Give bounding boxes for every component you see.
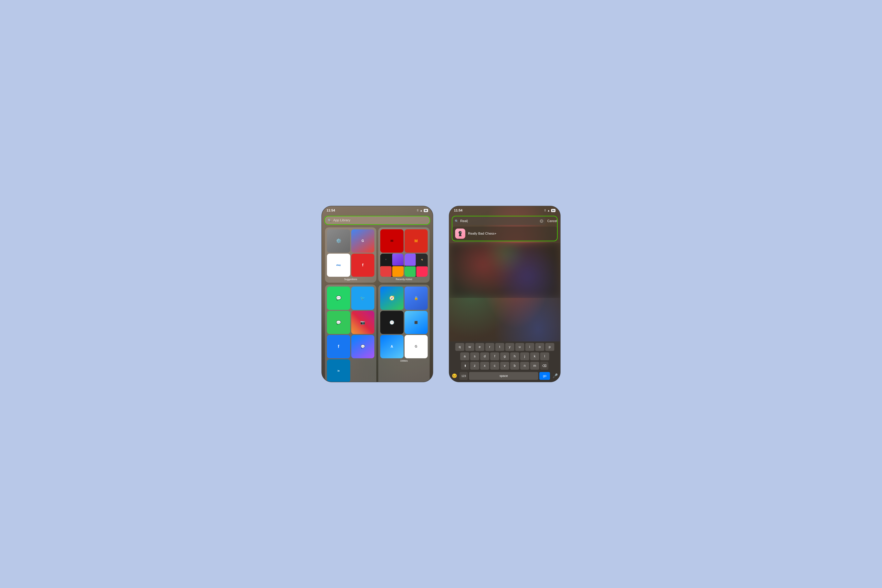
app-mcdonalds[interactable]: M xyxy=(405,230,428,253)
left-status-icons: ⠿ ▲ 84 xyxy=(417,209,428,212)
key-c[interactable]: c xyxy=(490,362,499,370)
app-royal-mail[interactable]: ✉ xyxy=(380,230,404,253)
key-o[interactable]: o xyxy=(535,343,544,351)
delete-key[interactable]: ⌫ xyxy=(540,362,548,370)
app-clock[interactable]: 🕐 xyxy=(380,311,404,334)
app-library-search-container: 🔍 App Library xyxy=(325,216,430,224)
folder-recently-added[interactable]: ✉ M T 🐴 xyxy=(378,227,430,283)
cancel-button[interactable]: Cancel xyxy=(547,219,557,223)
app-ebay[interactable]: ebay xyxy=(327,254,350,277)
key-a[interactable]: a xyxy=(460,352,469,360)
keyboard-row-2: a s d f g h j k l xyxy=(450,352,559,360)
app-appstore[interactable]: A xyxy=(380,335,404,358)
result-app-name: Really Bad Chess+ xyxy=(468,232,496,236)
app-linkedin[interactable]: in xyxy=(327,359,350,382)
app-empty xyxy=(351,359,375,382)
folder-social[interactable]: 💬 🐦 💬 📷 f 💬 in Social xyxy=(325,285,376,382)
key-e[interactable]: e xyxy=(475,343,484,351)
search-icon: 🔍 xyxy=(328,219,332,222)
key-n[interactable]: n xyxy=(520,362,529,370)
search-row: 🔍 Real| ✕ Cancel xyxy=(452,216,557,226)
app-google-news[interactable]: G xyxy=(351,230,375,253)
left-phone: 11:54 ⠿ ▲ 84 🔍 App Library ⚙️ G ebay xyxy=(321,206,433,382)
active-search-container: 🔍 Real| ✕ Cancel xyxy=(452,216,557,241)
key-v[interactable]: v xyxy=(500,362,509,370)
key-y[interactable]: y xyxy=(505,343,514,351)
app-mini-group[interactable]: 🐴 xyxy=(405,254,428,277)
key-m[interactable]: m xyxy=(530,362,539,370)
app-safari[interactable]: 🧭 xyxy=(380,286,404,310)
blurred-background xyxy=(449,243,560,298)
search-field-icon: 🔍 xyxy=(455,219,459,223)
key-w[interactable]: w xyxy=(465,343,474,351)
key-s[interactable]: s xyxy=(470,352,479,360)
signal-icon: ⠿ xyxy=(417,209,418,212)
right-status-bar: 11:54 ⠿ ▲ 84 xyxy=(449,206,560,215)
keyboard-row-4: 😊 123 space go 🎤 xyxy=(450,371,559,380)
app-instagram[interactable]: 📷 xyxy=(351,311,375,334)
shift-key[interactable]: ⬆ xyxy=(461,362,469,370)
app-topaz[interactable]: T xyxy=(380,254,404,277)
emoji-key[interactable]: 😊 xyxy=(450,372,458,380)
key-p[interactable]: p xyxy=(545,343,554,351)
go-key[interactable]: go xyxy=(539,372,550,380)
keyboard[interactable]: q w e r t y u i o p a s d f g h j k xyxy=(449,341,560,382)
keyboard-row-1: q w e r t y u i o p xyxy=(450,343,559,351)
right-phone: 11:54 ⠿ ▲ 84 🔍 Real| ✕ Cancel xyxy=(449,206,561,382)
app-flipboard[interactable]: f xyxy=(351,254,375,277)
folder-recently-added-label: Recently Added xyxy=(380,278,428,280)
right-battery-badge: 84 xyxy=(551,209,555,212)
right-status-time: 11:54 xyxy=(454,208,462,213)
app-settings[interactable]: ⚙️ xyxy=(327,230,350,253)
left-status-bar: 11:54 ⠿ ▲ 84 xyxy=(322,206,433,215)
svg-point-1 xyxy=(460,232,461,232)
left-status-time: 11:54 xyxy=(327,208,335,213)
key-x[interactable]: x xyxy=(480,362,489,370)
key-b[interactable]: b xyxy=(510,362,519,370)
clear-search-button[interactable]: ✕ xyxy=(540,219,543,223)
key-j[interactable]: j xyxy=(520,352,529,360)
key-q[interactable]: q xyxy=(455,343,464,351)
search-placeholder: App Library xyxy=(333,218,350,222)
key-f[interactable]: f xyxy=(490,352,499,360)
app-whatsapp[interactable]: 💬 xyxy=(327,286,350,310)
folder-suggestions-label: Suggestions xyxy=(327,278,374,280)
right-status-icons: ⠿ ▲ 84 xyxy=(544,209,555,212)
wifi-icon: ▲ xyxy=(420,209,423,212)
folder-utilities[interactable]: 🧭 🔒 🕐 ⬛ A G Utilities xyxy=(378,285,430,382)
chess-svg xyxy=(456,230,464,237)
key-i[interactable]: i xyxy=(525,343,534,351)
keyboard-row-3: ⬆ z x c v b n m ⌫ xyxy=(450,362,559,370)
space-key[interactable]: space xyxy=(469,372,538,380)
battery-badge: 84 xyxy=(424,209,428,212)
right-signal-icon: ⠿ xyxy=(544,209,546,212)
key-k[interactable]: k xyxy=(530,352,539,360)
app-library-search-bar[interactable]: 🔍 App Library xyxy=(325,216,430,224)
app-messenger[interactable]: 💬 xyxy=(351,335,375,358)
app-twitter[interactable]: 🐦 xyxy=(351,286,375,310)
app-stats[interactable]: ⬛ xyxy=(405,311,428,334)
key-g[interactable]: g xyxy=(500,352,509,360)
search-field[interactable]: 🔍 Real| ✕ xyxy=(452,217,546,225)
folder-utilities-label: Utilities xyxy=(380,360,428,362)
key-u[interactable]: u xyxy=(515,343,524,351)
key-z[interactable]: z xyxy=(470,362,479,370)
app-google[interactable]: G xyxy=(405,335,428,358)
key-t[interactable]: t xyxy=(495,343,504,351)
folder-suggestions[interactable]: ⚙️ G ebay f Suggestions xyxy=(325,227,376,283)
key-r[interactable]: r xyxy=(485,343,494,351)
app-facebook[interactable]: f xyxy=(327,335,350,358)
app-nordvpn[interactable]: 🔒 xyxy=(405,286,428,310)
app-messages[interactable]: 💬 xyxy=(327,311,350,334)
search-input-value[interactable]: Real| xyxy=(460,219,538,223)
key-h[interactable]: h xyxy=(510,352,519,360)
key-l[interactable]: l xyxy=(540,352,549,360)
numbers-key[interactable]: 123 xyxy=(459,372,468,380)
app-grid: ⚙️ G ebay f Suggestions ✉ M T xyxy=(322,226,433,382)
result-app-icon xyxy=(455,228,465,239)
right-wifi-icon: ▲ xyxy=(547,209,550,212)
microphone-key[interactable]: 🎤 xyxy=(551,372,559,380)
search-result-item[interactable]: Really Bad Chess+ xyxy=(452,226,557,241)
key-d[interactable]: d xyxy=(480,352,489,360)
